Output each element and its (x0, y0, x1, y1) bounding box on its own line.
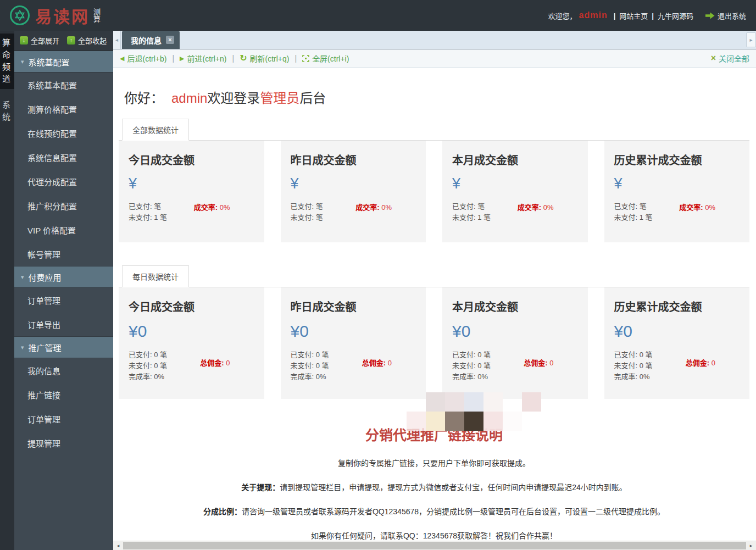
separator: | (172, 54, 174, 63)
expand-all-button[interactable]: ↓ 全部展开 (20, 35, 59, 46)
refresh-button[interactable]: ↻ 刷新(ctrl+q) (240, 53, 289, 64)
tab-close-icon[interactable]: × (166, 36, 174, 44)
card-title: 今日成交金额 (129, 298, 254, 314)
username: admin (579, 10, 608, 20)
tab-all-stats[interactable]: 全部数据统计 (122, 119, 189, 141)
sidebar-item[interactable]: 系统基本配置 (14, 73, 113, 97)
done-line: 完成率: 0% (129, 371, 167, 382)
deal-rate: 成交率: 0% (679, 202, 715, 223)
paid-line: 已支付: 笔 (614, 201, 653, 212)
separator: | (294, 54, 297, 63)
back-button[interactable]: ◀ 后退(ctrl+b) (120, 53, 166, 64)
greeting-suffix: 后台 (299, 91, 326, 105)
refresh-icon: ↻ (240, 54, 247, 63)
sidebar-item[interactable]: 推广链接 (14, 382, 113, 407)
scrollbar-thumb[interactable] (123, 542, 746, 549)
paid-line: 已支付: 0 笔 (452, 349, 491, 360)
sidebar-item[interactable]: 系统信息配置 (14, 145, 113, 169)
sidebar-item[interactable]: 测算价格配置 (14, 97, 113, 121)
sidebar-group-promotion[interactable]: ▾ 推广管理 (14, 336, 113, 358)
fullscreen-label: 全屏(ctrl+i) (312, 53, 349, 64)
forward-arrow-icon: ▶ (180, 55, 184, 62)
deal-rate: 成交率: 0% (518, 202, 554, 223)
tab-scroll-left-icon[interactable]: ◂ (113, 31, 121, 49)
horizontal-scrollbar[interactable]: ◂ ▸ (113, 541, 756, 550)
fullscreen-icon (302, 55, 309, 62)
deal-rate: 成交率: 0% (355, 202, 392, 223)
rail-channel-fortune[interactable]: 算命频道 (0, 34, 14, 89)
section-daily-stats: 每日数据统计 今日成交金额 ¥0 已支付: 0 笔 未支付: 0 笔 完成率: … (119, 265, 749, 399)
sidebar-item[interactable]: 在线预约配置 (14, 121, 113, 145)
unpaid-line: 未支付: 0 笔 (452, 360, 491, 371)
paid-line: 已支付: 笔 (129, 201, 167, 212)
sidebar-item[interactable]: VIP 价格配置 (14, 218, 113, 242)
expand-all-label: 全部展开 (31, 35, 59, 46)
page-content: 你好：admin欢迎登录管理员后台 全部数据统计 今日成交金额 ¥ 已支付: 笔… (113, 68, 756, 541)
sidebar-group-system-config[interactable]: ▾ 系统基配置 (14, 51, 113, 73)
sidebar-item[interactable]: 推广积分配置 (14, 193, 113, 218)
header-user-area: 欢迎您， admin | 网站主页 | 九牛网源码 退出系统 (548, 10, 746, 21)
sidebar-item[interactable]: 提现管理 (14, 431, 113, 455)
card-amount: ¥0 (129, 322, 254, 341)
tab-label: 我的信息 (131, 35, 162, 46)
unpaid-line: 未支付: 0 笔 (291, 360, 329, 371)
arrow-down-icon: ↓ (20, 36, 28, 45)
promo-line-4: 如果你有任何疑问，请联系QQ：12345678获取解答！祝我们合作共赢！ (119, 530, 749, 541)
tab-strip: ◂ 我的信息 × ▸ (113, 31, 756, 49)
tab-daily-stats[interactable]: 每日数据统计 (122, 265, 189, 287)
sidebar-item[interactable]: 代理分成配置 (14, 169, 113, 193)
sidebar-group-paid-apps[interactable]: ▾ 付费应用 (14, 266, 113, 288)
sidebar-item[interactable]: 帐号管理 (14, 242, 113, 266)
unpaid-line: 未支付: 0 笔 (614, 360, 653, 371)
fullscreen-button[interactable]: 全屏(ctrl+i) (302, 53, 349, 64)
source-link[interactable]: 九牛网源码 (658, 10, 693, 21)
card-amount: ¥0 (291, 322, 416, 341)
card-title: 昨日成交金额 (291, 298, 416, 314)
greeting-welcome: 欢迎登录 (207, 91, 260, 105)
group-label: 付费应用 (29, 271, 62, 283)
site-home-link[interactable]: 网站主页 (619, 10, 648, 21)
card-amount: ¥ (291, 175, 416, 192)
promo-line-3: 分成比例：请咨询一级管理员或者联系源码开发者QQ12345678，分销提成比例一… (119, 505, 749, 516)
greeting-role: 管理员 (260, 91, 299, 105)
scroll-right-icon[interactable]: ▸ (746, 541, 756, 550)
sidebar: ↓ 全部展开 ↑ 全部收起 ▾ 系统基配置 系统基本配置 测算价格配置 在线预约… (14, 31, 113, 550)
greeting-hello: 你好： (124, 91, 164, 105)
rail-channel-system[interactable]: 系统 (0, 96, 14, 127)
scroll-left-icon[interactable]: ◂ (113, 541, 123, 550)
paid-line: 已支付: 笔 (291, 201, 323, 212)
commission: 总佣金: 0 (200, 357, 230, 368)
stat-card-today: 今日成交金额 ¥0 已支付: 0 笔 未支付: 0 笔 完成率: 0% 总佣金:… (119, 287, 264, 399)
separator: | (652, 12, 654, 20)
brand-title: 易读网 (35, 3, 90, 27)
unpaid-line: 未支付: 0 笔 (129, 360, 167, 371)
collapse-all-button[interactable]: ↑ 全部收起 (67, 35, 107, 46)
brand-logo[interactable]: 易读网 测算 (10, 3, 102, 27)
brand-seal: 测算 (93, 8, 102, 23)
card-amount: ¥0 (452, 322, 578, 341)
collapse-all-label: 全部收起 (78, 35, 107, 46)
forward-button[interactable]: ▶ 前进(ctrl+n) (180, 53, 226, 64)
unpaid-line: 未支付: 1 笔 (614, 212, 653, 223)
sidebar-item[interactable]: 订单管理 (14, 288, 113, 312)
unpaid-line: 未支付: 1 笔 (129, 212, 167, 223)
sidebar-item[interactable]: 我的信息 (14, 358, 113, 382)
section-all-stats: 全部数据统计 今日成交金额 ¥ 已支付: 笔 未支付: 1 笔 成交率: 0% (119, 119, 749, 242)
commission: 总佣金: 0 (686, 357, 715, 368)
sidebar-item[interactable]: 订单导出 (14, 312, 113, 336)
card-title: 历史累计成交金额 (614, 152, 740, 168)
stats-cards-row: 今日成交金额 ¥ 已支付: 笔 未支付: 1 笔 成交率: 0% (119, 141, 749, 242)
close-all-button[interactable]: × 关闭全部 (711, 53, 749, 64)
card-amount: ¥0 (614, 322, 740, 341)
tab-scroll-right-icon[interactable]: ▸ (746, 32, 756, 47)
toolbar: ◀ 后退(ctrl+b) | ▶ 前进(ctrl+n) | ↻ 刷新(ctrl+… (113, 49, 756, 68)
welcome-text: 欢迎您， (548, 10, 577, 21)
back-label: 后退(ctrl+b) (127, 53, 166, 64)
refresh-label: 刷新(ctrl+q) (250, 53, 290, 64)
tab-my-info[interactable]: 我的信息 × (122, 31, 180, 49)
stat-card-yesterday: 昨日成交金额 ¥0 已支付: 0 笔 未支付: 0 笔 完成率: 0% 总佣金:… (281, 287, 426, 399)
logout-button[interactable]: 退出系统 (705, 10, 746, 21)
top-header: 易读网 测算 欢迎您， admin | 网站主页 | 九牛网源码 退出系统 (0, 0, 756, 31)
sidebar-item[interactable]: 订单管理 (14, 407, 113, 431)
chevron-down-icon: ▾ (21, 58, 24, 65)
